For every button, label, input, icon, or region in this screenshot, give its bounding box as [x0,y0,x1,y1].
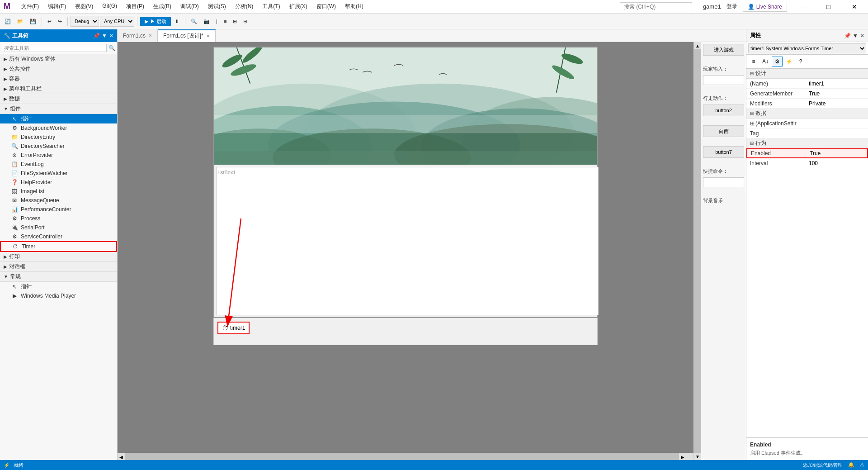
prop-value[interactable] [805,128,868,138]
props-events-btn[interactable]: ⚡ [783,57,794,66]
tab-close-icon[interactable]: ✕ [206,33,210,38]
prop-value[interactable] [805,119,868,128]
scroll-down-btn[interactable]: ▼ [694,453,701,460]
toolbox-item-bgworker[interactable]: ⚙ BackgroundWorker [0,123,117,133]
form-canvas[interactable]: listBox1 [213,47,598,318]
debug-config-select[interactable]: Debug [71,16,99,27]
global-search-input[interactable] [620,2,692,11]
section-general[interactable]: ▼ 常规 [0,272,117,282]
scroll-up-btn[interactable]: ▲ [694,42,701,49]
toolbox-item-msgqueue[interactable]: ✉ MessageQueue [0,196,117,205]
props-collapse-btn[interactable]: ▼ [853,33,858,39]
toolbar-misc3[interactable]: | [213,17,220,25]
section-print[interactable]: ▶ 打印 [0,252,117,262]
toolbox-item-direntry[interactable]: 📁 DirectoryEntry [0,133,117,142]
west-btn[interactable]: 向西 [703,125,744,137]
button7[interactable]: button7 [703,146,744,158]
stop-btn[interactable]: ⏸ [172,17,182,25]
prop-value[interactable]: Private [805,99,868,108]
scroll-left-btn[interactable]: ◀ [118,453,125,460]
toolbox-item-imagelist[interactable]: 🖼 ImageList [0,187,117,196]
shortcut-input[interactable] [703,177,744,187]
toolbox-item-pointer[interactable]: ↖ 指针 [0,114,117,123]
section-all-windows[interactable]: ▶ 所有 Windows 窗体 [0,54,117,64]
toolbox-close-btn[interactable]: ✕ [109,33,113,39]
toolbox-item-helpprovider[interactable]: ❓ HelpProvider [0,178,117,187]
props-props-btn[interactable]: ⚙ [772,57,783,66]
toolbox-item-pointer2[interactable]: ↖ 指针 [0,282,117,291]
menu-project[interactable]: 项目(P) [123,1,148,12]
section-data[interactable]: ▶ 数据 [0,94,117,104]
props-close-btn[interactable]: ✕ [860,33,864,39]
enter-game-btn[interactable]: 进入游戏 [703,44,744,56]
button2[interactable]: button2 [703,104,744,116]
minimize-button[interactable]: ─ [793,0,813,14]
tab-close-icon[interactable]: ✕ [148,33,152,38]
toolbox-item-dirsearcher[interactable]: 🔍 DirectorySearcher [0,142,117,151]
maximize-button[interactable]: □ [818,0,839,14]
menu-test[interactable]: 测试(S) [204,1,230,12]
player-input-field[interactable] [703,75,744,85]
toolbox-item-timer[interactable]: ⏱ Timer [0,241,117,252]
close-button[interactable]: ✕ [844,0,864,14]
toolbar-new-btn[interactable]: 🔄 [2,17,14,26]
props-category-btn[interactable]: ≡ [748,57,759,66]
props-section-behavior[interactable]: ⊟ 行为 [746,138,868,148]
toolbar-misc1[interactable]: 🔍 [188,17,200,26]
cpu-select[interactable]: Any CPU [100,16,134,27]
source-control-label[interactable]: 添加到源代码管理 [803,462,843,469]
toolbox-item-perfcounter[interactable]: 📊 PerformanceCounter [0,205,117,214]
prop-value[interactable]: True [806,149,867,157]
section-common-controls[interactable]: ▶ 公共控件 [0,64,117,74]
props-help-btn[interactable]: ? [795,57,806,66]
timer-component[interactable]: ⏱ timer1 [217,322,250,334]
menu-window[interactable]: 窗口(W) [313,1,340,12]
toolbar-open-btn[interactable]: 📂 [14,17,26,26]
toolbox-pin-btn[interactable]: 📌 [93,33,100,39]
toolbox-item-process[interactable]: ⚙ Process [0,214,117,223]
toolbox-collapse-btn[interactable]: ▼ [102,33,107,39]
section-containers[interactable]: ▶ 容器 [0,74,117,84]
toolbox-search-input[interactable] [2,44,107,52]
props-section-design[interactable]: ⊟ 设计 [746,69,868,79]
toolbar-misc2[interactable]: 📷 [201,17,212,26]
menu-extensions[interactable]: 扩展(X) [286,1,311,12]
section-dialogs[interactable]: ▶ 对话框 [0,262,117,272]
menu-view[interactable]: 视图(V) [71,1,97,12]
toolbox-item-servicecontroller[interactable]: ⚙ ServiceController [0,232,117,241]
listbox-control[interactable]: listBox1 [216,167,599,315]
toolbox-item-fswatcher[interactable]: 📄 FileSystemWatcher [0,169,117,178]
props-section-data[interactable]: ⊟ 数据 [746,109,868,119]
toolbox-item-serialport[interactable]: 🔌 SerialPort [0,223,117,232]
run-button[interactable]: ▶ ▶ 启动 [140,17,171,26]
menu-analyze[interactable]: 分析(N) [231,1,257,12]
toolbar-misc6[interactable]: ⊟ [241,17,250,26]
prop-value[interactable]: 100 [805,158,868,168]
toolbox-item-eventlog[interactable]: 📋 EventLog [0,160,117,169]
menu-build[interactable]: 生成(B) [150,1,175,12]
menu-debug[interactable]: 调试(D) [177,1,203,12]
toolbar-redo-btn[interactable]: ↪ [55,17,65,26]
canvas-vscrollbar[interactable]: ▲ ▼ [693,42,701,460]
menu-tools[interactable]: 工具(T) [259,1,283,12]
canvas-hscrollbar[interactable]: ◀ ▶ [118,453,693,460]
props-alpha-btn[interactable]: A↓ [760,57,771,66]
menu-file[interactable]: 文件(F) [18,1,42,12]
prop-value[interactable]: True [805,89,868,98]
menu-edit[interactable]: 编辑(E) [44,1,70,12]
menu-git[interactable]: Git(G) [99,1,121,12]
properties-object-select[interactable]: timer1 System.Windows.Forms.Timer [748,43,866,53]
toolbox-item-errorprovider[interactable]: ⊗ ErrorProvider [0,151,117,160]
scroll-right-btn[interactable]: ▶ [679,453,686,460]
section-components[interactable]: ▼ 组件 [0,104,117,114]
toolbar-misc5[interactable]: ⊞ [230,17,240,26]
tab-form1-cs[interactable]: Form1.cs ✕ [118,29,158,42]
section-menus[interactable]: ▶ 菜单和工具栏 [0,84,117,94]
menu-help[interactable]: 帮助(H) [341,1,367,12]
prop-value[interactable]: timer1 [805,79,868,88]
canvas-wrapper[interactable]: listBox1 [118,42,693,453]
toolbox-item-wmp[interactable]: ▶ Windows Media Player [0,291,117,300]
scroll-hthumb[interactable] [125,453,679,460]
props-pin-btn[interactable]: 📌 [844,33,851,39]
live-share-button[interactable]: 👤 Live Share [743,2,787,12]
